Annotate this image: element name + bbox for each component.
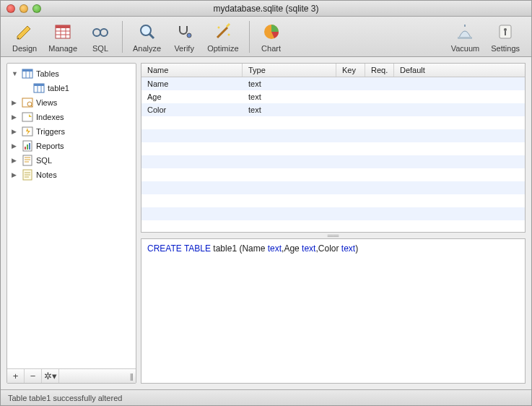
add-button[interactable]: + <box>7 369 25 383</box>
tree-item-triggers[interactable]: ▶ Triggers <box>7 124 136 139</box>
cell-type: text <box>243 105 336 114</box>
optimize-button[interactable]: Optimize <box>201 19 244 54</box>
window-title: mydatabase.sqlite (sqlite 3) <box>213 4 318 14</box>
disclosure-right-icon[interactable]: ▶ <box>12 128 19 135</box>
chart-button[interactable]: Chart <box>254 19 289 54</box>
tree-label: Reports <box>36 142 64 150</box>
svg-rect-41 <box>27 144 28 150</box>
disclosure-right-icon[interactable]: ▶ <box>12 157 19 164</box>
sqlfile-icon <box>22 155 33 166</box>
sql-keyword: CREATE TABLE <box>147 243 211 254</box>
tree[interactable]: ▼ Tables table1 ▶ Views ▶ Indexes ▶ <box>7 64 136 368</box>
col-req[interactable]: Req. <box>365 64 394 77</box>
tree-label: Triggers <box>36 127 65 136</box>
col-type[interactable]: Type <box>243 64 336 77</box>
glasses-icon <box>89 20 112 43</box>
table-row[interactable]: Nametext <box>141 77 525 90</box>
svg-point-17 <box>227 34 230 36</box>
disclosure-right-icon[interactable]: ▶ <box>12 142 19 150</box>
switch-icon <box>494 20 517 43</box>
table-row[interactable] <box>141 129 525 142</box>
svg-rect-20 <box>464 25 466 27</box>
tree-label: SQL <box>36 156 52 165</box>
tree-label: table1 <box>48 84 69 92</box>
disclosure-right-icon[interactable]: ▶ <box>12 113 19 121</box>
notes-icon <box>22 169 33 181</box>
table-row[interactable] <box>141 142 525 155</box>
sql-button[interactable]: SQL <box>83 19 118 54</box>
bell-icon <box>453 20 476 43</box>
separator <box>249 21 250 53</box>
svg-rect-25 <box>22 69 32 72</box>
table-row[interactable] <box>141 116 525 129</box>
analyze-button[interactable]: Analyze <box>127 19 167 54</box>
col-key[interactable]: Key <box>336 64 365 77</box>
svg-line-12 <box>149 34 154 38</box>
sql-pane[interactable]: CREATE TABLE table1 (Name text,Age text,… <box>141 238 526 384</box>
separator <box>122 21 123 53</box>
tree-item-table1[interactable]: table1 <box>7 81 136 95</box>
svg-rect-19 <box>458 37 472 39</box>
svg-point-11 <box>141 25 151 35</box>
content-area: ▼ Tables table1 ▶ Views ▶ Indexes ▶ <box>1 57 531 389</box>
tree-item-reports[interactable]: ▶ Reports <box>7 139 136 153</box>
manage-button[interactable]: Manage <box>43 19 83 54</box>
stethoscope-icon <box>173 20 196 43</box>
table-row[interactable] <box>141 194 525 207</box>
table-row[interactable] <box>141 207 525 220</box>
cell-name: Color <box>141 105 243 114</box>
svg-rect-40 <box>25 147 26 150</box>
settings-button[interactable]: Settings <box>485 19 526 54</box>
svg-point-16 <box>217 27 219 29</box>
disclosure-right-icon[interactable]: ▶ <box>12 99 19 106</box>
splitter[interactable]: ══ <box>141 233 526 238</box>
columns-grid[interactable]: Name Type Key Req. Default NametextAgete… <box>141 63 526 233</box>
design-button[interactable]: Design <box>6 19 43 54</box>
statusbar: Table table1 successfully altered <box>1 389 531 405</box>
cell-name: Name <box>141 79 243 88</box>
verify-button[interactable]: Verify <box>167 19 201 54</box>
disclosure-right-icon[interactable]: ▶ <box>12 171 19 178</box>
grid-header: Name Type Key Req. Default <box>141 64 525 77</box>
wand-icon <box>212 20 235 43</box>
table-row[interactable]: Agetext <box>141 90 525 103</box>
tree-item-notes[interactable]: ▶ Notes <box>7 168 136 182</box>
svg-point-8 <box>93 29 100 36</box>
tree-label: Indexes <box>36 113 64 121</box>
tree-item-tables[interactable]: ▼ Tables <box>7 66 136 81</box>
table-row[interactable]: Colortext <box>141 103 525 116</box>
window-controls <box>6 4 41 13</box>
svg-marker-0 <box>17 26 30 39</box>
table-row[interactable] <box>141 181 525 194</box>
svg-point-13 <box>187 33 191 38</box>
svg-line-14 <box>217 27 227 38</box>
tree-label: Tables <box>36 69 59 78</box>
remove-button[interactable]: − <box>25 369 42 383</box>
cell-type: text <box>243 79 336 88</box>
table-row[interactable] <box>141 220 525 232</box>
resize-handle[interactable]: ||| <box>127 372 136 381</box>
tree-label: Views <box>36 98 57 107</box>
svg-point-22 <box>504 28 507 31</box>
table-icon <box>22 68 33 79</box>
grid-body: NametextAgetextColortext <box>141 77 525 232</box>
disclosure-down-icon[interactable]: ▼ <box>12 70 19 77</box>
tree-item-indexes[interactable]: ▶ Indexes <box>7 110 136 124</box>
status-text: Table table1 successfully altered <box>8 394 122 402</box>
table-row[interactable] <box>141 155 525 168</box>
tree-label: Notes <box>36 170 57 179</box>
col-default[interactable]: Default <box>394 64 525 77</box>
vacuum-button[interactable]: Vacuum <box>445 19 486 54</box>
gear-button[interactable]: ✲▾ <box>42 369 59 383</box>
svg-point-9 <box>100 29 108 36</box>
close-button[interactable] <box>6 4 15 13</box>
zoom-button[interactable] <box>32 4 41 13</box>
cell-name: Age <box>141 92 243 101</box>
tree-item-sql[interactable]: ▶ SQL <box>7 153 136 168</box>
col-name[interactable]: Name <box>141 64 243 77</box>
minimize-button[interactable] <box>19 4 28 13</box>
table-row[interactable] <box>141 168 525 181</box>
tree-item-views[interactable]: ▶ Views <box>7 95 136 110</box>
report-icon <box>22 140 33 152</box>
pencil-icon <box>13 20 36 43</box>
